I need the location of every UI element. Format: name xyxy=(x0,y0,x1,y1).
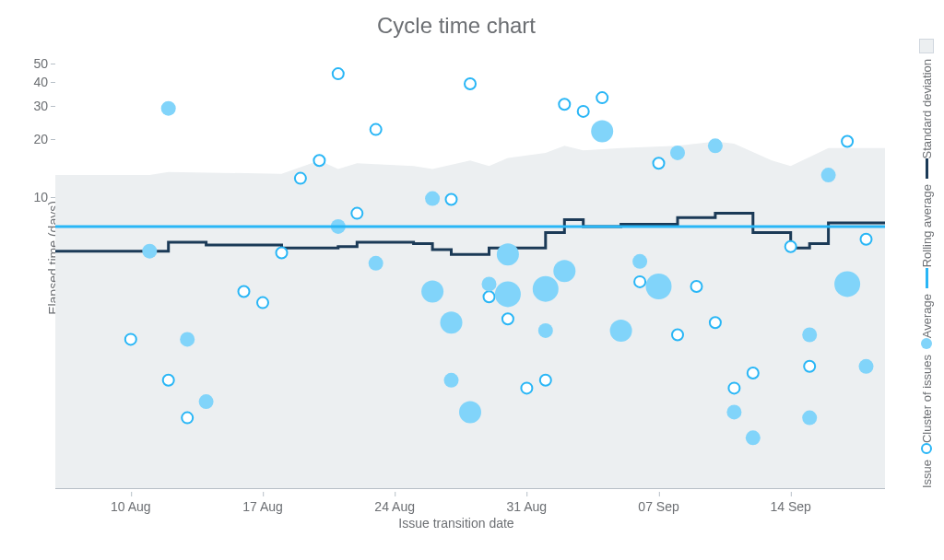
issue-point[interactable] xyxy=(654,158,665,169)
legend: Issue Cluster of issues Average Rolling … xyxy=(913,55,940,488)
issue-point[interactable] xyxy=(484,291,495,302)
y-tick: 50 xyxy=(18,56,48,71)
x-tick: 14 Sep xyxy=(771,499,811,514)
cluster-point[interactable] xyxy=(591,121,613,143)
cluster-point[interactable] xyxy=(610,320,632,342)
cluster-point[interactable] xyxy=(859,359,874,374)
cluster-point[interactable] xyxy=(553,260,575,282)
cluster-point[interactable] xyxy=(482,276,497,291)
cluster-point[interactable] xyxy=(180,332,195,346)
issue-point[interactable] xyxy=(521,382,532,393)
cluster-point[interactable] xyxy=(533,276,559,302)
issue-point[interactable] xyxy=(351,208,362,219)
legend-entry-stddev: Standard deviation xyxy=(919,39,934,158)
cluster-point[interactable] xyxy=(821,168,836,182)
issue-point[interactable] xyxy=(691,281,702,292)
issue-point[interactable] xyxy=(578,106,589,117)
y-tick: 10 xyxy=(18,190,48,204)
issue-point[interactable] xyxy=(295,173,306,184)
issue-point[interactable] xyxy=(502,313,513,324)
issue-point[interactable] xyxy=(125,333,136,344)
legend-label: Issue xyxy=(920,460,934,488)
legend-entry-average: Average xyxy=(920,268,934,338)
cluster-point[interactable] xyxy=(802,328,817,343)
issue-point[interactable] xyxy=(182,413,193,424)
issue-point[interactable] xyxy=(239,286,250,298)
issue-icon xyxy=(921,443,932,454)
plot-area: Elapsed time (days) 1020304050 10 Aug17 … xyxy=(55,55,885,489)
issue-point[interactable] xyxy=(842,136,853,147)
rolling-icon xyxy=(926,158,928,179)
cluster-point[interactable] xyxy=(369,256,384,271)
issue-point[interactable] xyxy=(277,248,288,259)
issue-point[interactable] xyxy=(465,78,476,89)
cluster-point[interactable] xyxy=(646,274,672,299)
issue-point[interactable] xyxy=(427,284,438,295)
cluster-point[interactable] xyxy=(538,323,553,338)
cluster-point[interactable] xyxy=(161,101,176,116)
issue-point[interactable] xyxy=(313,155,324,166)
legend-entry-cluster: Cluster of issues xyxy=(920,338,934,443)
cluster-point[interactable] xyxy=(459,401,481,423)
average-icon xyxy=(926,268,928,288)
cluster-point[interactable] xyxy=(670,146,685,160)
x-tick: 17 Aug xyxy=(242,499,283,514)
x-axis-label: Issue transition date xyxy=(0,516,913,531)
cluster-point[interactable] xyxy=(441,311,463,333)
y-tick: 20 xyxy=(18,132,48,146)
cluster-point[interactable] xyxy=(746,430,761,445)
legend-entry-rolling: Rolling average xyxy=(920,158,934,267)
cluster-point[interactable] xyxy=(425,192,440,206)
cluster-point[interactable] xyxy=(708,138,723,153)
issue-point[interactable] xyxy=(559,99,570,110)
cluster-point[interactable] xyxy=(444,373,459,388)
x-tick: 24 Aug xyxy=(374,499,415,514)
issue-point[interactable] xyxy=(785,241,796,252)
stddev-icon xyxy=(919,39,934,53)
data-points-layer xyxy=(55,55,885,488)
y-tick: 40 xyxy=(18,75,48,89)
legend-label: Rolling average xyxy=(920,184,934,267)
issue-point[interactable] xyxy=(804,361,815,372)
issue-point[interactable] xyxy=(596,92,608,103)
cluster-point[interactable] xyxy=(802,411,817,426)
cluster-point[interactable] xyxy=(421,281,443,303)
issue-point[interactable] xyxy=(371,124,382,135)
issue-point[interactable] xyxy=(540,375,551,386)
issue-point[interactable] xyxy=(710,317,721,328)
chart-title: Cycle time chart xyxy=(0,13,913,39)
legend-entry-issue: Issue xyxy=(920,443,934,488)
issue-point[interactable] xyxy=(634,276,645,287)
cluster-point[interactable] xyxy=(632,254,647,269)
cluster-point[interactable] xyxy=(495,281,521,307)
x-tick: 07 Sep xyxy=(638,499,678,514)
cluster-point[interactable] xyxy=(726,404,741,419)
issue-point[interactable] xyxy=(446,194,457,205)
issue-point[interactable] xyxy=(257,298,268,309)
average-line xyxy=(55,225,885,228)
cluster-point[interactable] xyxy=(497,243,519,265)
issue-point[interactable] xyxy=(748,368,759,379)
issue-point[interactable] xyxy=(861,234,872,245)
x-tick: 31 Aug xyxy=(507,499,548,514)
issue-point[interactable] xyxy=(672,330,683,341)
cluster-point[interactable] xyxy=(199,394,214,409)
legend-label: Average xyxy=(920,294,934,338)
cluster-point[interactable] xyxy=(834,271,860,297)
issue-point[interactable] xyxy=(333,68,344,79)
legend-label: Standard deviation xyxy=(920,59,934,158)
cluster-point[interactable] xyxy=(142,244,157,259)
y-tick: 30 xyxy=(18,99,48,113)
issue-point[interactable] xyxy=(163,375,174,386)
issue-point[interactable] xyxy=(728,382,739,393)
cluster-icon xyxy=(921,338,932,349)
legend-label: Cluster of issues xyxy=(920,355,934,443)
x-tick: 10 Aug xyxy=(111,499,151,514)
